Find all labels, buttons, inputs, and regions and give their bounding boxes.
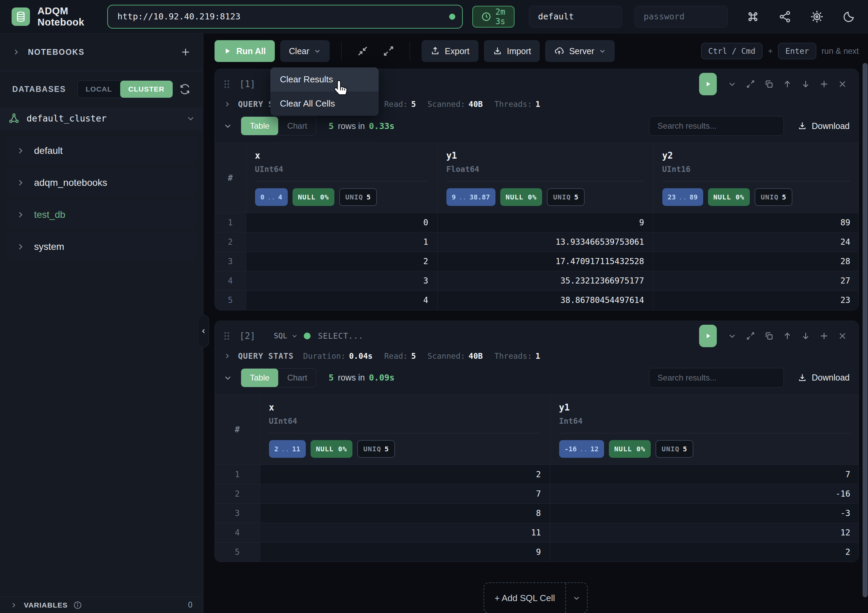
download-button[interactable]: Download: [798, 373, 849, 382]
vertical-scrollbar-thumb[interactable]: [863, 63, 868, 598]
add-cell-type-dropdown[interactable]: [565, 583, 587, 613]
table-row: 41112: [215, 523, 859, 542]
row-index: 5: [215, 542, 260, 562]
add-notebook-button[interactable]: [180, 47, 191, 57]
search-results-input[interactable]: [649, 368, 784, 388]
database-icon: [15, 11, 26, 22]
download-button[interactable]: Download: [798, 121, 849, 131]
chevron-down-icon: [187, 115, 195, 122]
sidebar-item-test-db[interactable]: test_db: [6, 200, 197, 229]
move-up-icon[interactable]: [780, 328, 795, 344]
tab-table[interactable]: Table: [241, 117, 278, 135]
cell-value: 7: [260, 484, 550, 503]
expand-icon[interactable]: [743, 328, 758, 344]
scope-cluster-option[interactable]: CLUSTER: [120, 80, 173, 98]
chevron-right-icon: [16, 147, 25, 155]
variables-section-header[interactable]: VARIABLES 0: [0, 597, 203, 613]
command-icon[interactable]: [746, 9, 760, 24]
variables-label: VARIABLES: [24, 601, 68, 609]
range-badge: 23..89: [662, 188, 703, 206]
cell-value: 0: [246, 213, 437, 232]
chevron-right-icon[interactable]: [224, 101, 231, 108]
export-button[interactable]: Export: [422, 40, 478, 62]
sidebar-item-default[interactable]: default: [6, 136, 197, 165]
chevron-down-icon[interactable]: [224, 374, 232, 382]
sidebar-item-system[interactable]: system: [6, 232, 197, 261]
chevron-down-icon[interactable]: [724, 76, 740, 92]
scope-local-option[interactable]: LOCAL: [78, 80, 120, 98]
language-selector[interactable]: SQL: [274, 331, 298, 340]
run-all-button[interactable]: Run All: [214, 40, 275, 62]
run-cell-button[interactable]: [699, 73, 717, 95]
import-button[interactable]: Import: [484, 40, 540, 62]
collapse-all-icon[interactable]: [353, 42, 372, 60]
tab-chart[interactable]: Chart: [278, 117, 316, 135]
row-index: 3: [215, 252, 246, 271]
run-cell-button[interactable]: [699, 325, 717, 347]
chevron-right-icon: [10, 602, 17, 608]
column-header-x[interactable]: x UInt64 0..4 NULL 0% UNIQ5: [246, 143, 437, 213]
notebooks-section-header[interactable]: NOTEBOOKS: [0, 33, 203, 71]
sidebar-item-adqm-notebooks[interactable]: adqm_notebooks: [6, 169, 197, 197]
results-controls-row: Table Chart 5 rows in 0.33s Download: [215, 113, 859, 142]
connection-status-dot: [449, 14, 455, 20]
menu-item-clear-all-cells[interactable]: Clear All Cells: [270, 91, 379, 116]
copy-icon[interactable]: [761, 76, 777, 92]
clear-button[interactable]: Clear: [280, 40, 330, 62]
drag-handle-icon[interactable]: [223, 79, 231, 89]
table-row: 38-3: [215, 503, 859, 523]
column-header-y1[interactable]: y1 Float64 9..38.87 NULL 0% UNIQ5: [437, 143, 653, 213]
app-title: ADQM Notebook: [37, 5, 88, 28]
username-field[interactable]: [529, 6, 622, 28]
column-header-y1[interactable]: y1 Int64 -16..12 NULL 0% UNIQ5: [550, 395, 859, 464]
row-index: 2: [215, 232, 246, 252]
add-sql-cell-button[interactable]: + Add SQL Cell: [484, 582, 588, 613]
database-label: system: [34, 241, 64, 252]
chevron-right-icon[interactable]: [224, 353, 231, 359]
cell-value: 24: [653, 232, 859, 252]
chevron-down-icon[interactable]: [724, 328, 740, 344]
drag-handle-icon[interactable]: [223, 331, 231, 341]
cell-value: 89: [653, 213, 859, 232]
add-cell-icon[interactable]: [816, 76, 832, 92]
topbar-actions: [746, 9, 856, 24]
sidebar-collapse-handle[interactable]: [198, 315, 209, 348]
move-down-icon[interactable]: [798, 328, 814, 344]
read-value: 5: [411, 100, 416, 108]
refresh-icon[interactable]: [179, 84, 191, 95]
server-button[interactable]: Server: [545, 40, 615, 62]
query-preview[interactable]: SELECT...: [318, 331, 364, 341]
range-badge: 2..11: [269, 440, 306, 458]
copy-icon[interactable]: [761, 328, 777, 344]
column-header-y2[interactable]: y2 UInt16 23..89 NULL 0% UNIQ5: [653, 143, 859, 213]
scope-toggle: LOCAL CLUSTER: [77, 80, 173, 98]
connection-url-input[interactable]: [107, 5, 463, 29]
session-timer: 2m 3s: [472, 6, 515, 28]
uniq-badge: UNIQ5: [755, 188, 792, 206]
tab-table[interactable]: Table: [241, 368, 278, 387]
move-up-icon[interactable]: [780, 76, 795, 92]
moon-icon[interactable]: [842, 9, 856, 24]
cluster-node[interactable]: default_cluster: [0, 107, 203, 130]
tab-chart[interactable]: Chart: [278, 368, 316, 387]
cell-value: 12: [550, 523, 859, 542]
add-cell-icon[interactable]: [816, 328, 832, 344]
column-header-x[interactable]: x UInt64 2..11 NULL 0% UNIQ5: [260, 395, 550, 464]
notebook-cell-2: [2] SQL SELECT...: [214, 320, 859, 562]
rows-summary: 5 rows in 0.09s: [329, 373, 395, 382]
search-results-input[interactable]: [649, 116, 784, 136]
cell-value: 23: [653, 291, 859, 310]
password-field[interactable]: [634, 6, 728, 28]
cell-value: 9: [260, 542, 550, 562]
move-down-icon[interactable]: [798, 76, 814, 92]
expand-all-icon[interactable]: [379, 42, 398, 60]
close-icon[interactable]: [835, 76, 850, 92]
menu-item-clear-results[interactable]: Clear Results: [270, 67, 379, 91]
close-icon[interactable]: [835, 328, 850, 344]
range-badge: -16..12: [559, 440, 604, 458]
expand-icon[interactable]: [743, 76, 758, 92]
row-index: 3: [215, 503, 260, 523]
chevron-down-icon[interactable]: [224, 122, 232, 130]
share-icon[interactable]: [777, 9, 792, 24]
gear-icon[interactable]: [809, 9, 825, 24]
